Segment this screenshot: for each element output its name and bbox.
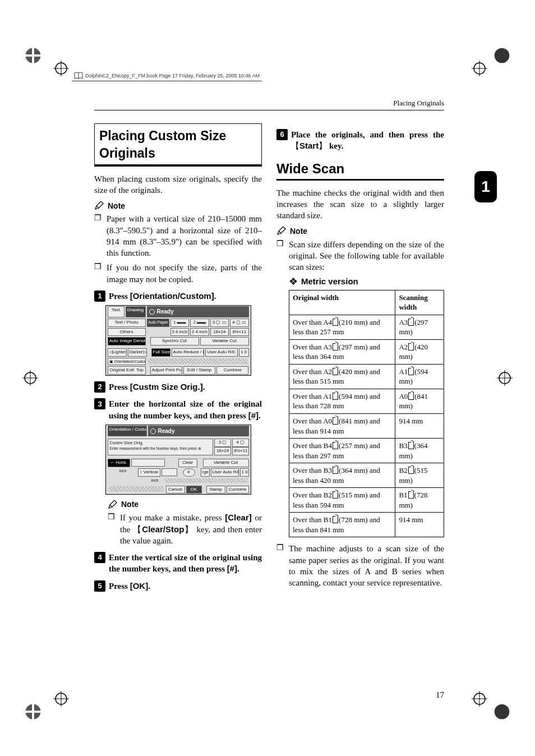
svg-rect-8 (22, 711, 44, 713)
table-header: Original width (289, 290, 395, 315)
registration-mark-icon (22, 370, 38, 386)
lcd-screenshot-2: Orientation / CustomReady Custm Size Ori… (105, 425, 251, 495)
table-header: Scanning width (395, 290, 444, 315)
step-number-icon: 5 (94, 580, 105, 592)
table-row: Over than A4(210 mm) and less than 257 m… (289, 315, 444, 339)
pencil-icon (108, 500, 118, 509)
crop-corner-icon (491, 45, 513, 66)
note-label: Note (121, 499, 139, 510)
step-1: 1 Press [Orientation/Custom]. (94, 291, 262, 302)
table-row: Over than B3(364 mm) and less than 420 m… (289, 463, 444, 488)
note-heading: Note (108, 499, 262, 510)
note-heading: Note (276, 226, 444, 237)
step-number-icon: 2 (94, 381, 105, 393)
svg-point-9 (495, 704, 510, 720)
registration-mark-icon (472, 61, 487, 76)
ok-button-label: [OK] (130, 581, 149, 591)
crop-corner-icon (22, 701, 44, 722)
registration-mark-icon (472, 691, 487, 707)
svg-rect-3 (22, 54, 44, 57)
table-row: Over than B2(515 mm) and less than 594 m… (289, 488, 444, 513)
step-6: 6 Place the originals, and then press th… (276, 129, 444, 152)
registration-mark-icon (53, 61, 69, 76)
table-row: Over than A3(297 mm) and less than 364 m… (289, 339, 444, 364)
table-row: Over than A1(594 mm) and less than 728 m… (289, 389, 444, 413)
step-5: 5 Press [OK]. (94, 580, 262, 592)
step-number-icon: 6 (276, 129, 288, 140)
crop-corner-icon (491, 701, 513, 722)
intro-paragraph: When placing custom size originals, spec… (94, 173, 262, 196)
table-row: Over than B1(728 mm) and less than 841 m… (289, 513, 444, 537)
heading-placing-custom: Placing Custom Size Originals (94, 123, 262, 167)
running-head: Placing Originals (393, 99, 444, 108)
hash-button-label: [#] (227, 564, 237, 573)
table-row: Over than A0(841 mm) and less than 914 m… (289, 414, 444, 439)
pencil-icon (276, 227, 287, 236)
hash-button-label: [#] (248, 411, 259, 420)
diamond-icon: ❖ (289, 278, 297, 285)
top-rule (94, 110, 444, 110)
start-key-label: Start (291, 141, 327, 150)
metric-version-table: Original width Scanning width Over than … (289, 290, 444, 538)
note-item: ❒Paper with a vertical size of 210–15000… (94, 213, 262, 259)
note-item: ❒The machine adjusts to a scan size of t… (276, 543, 444, 588)
step-number-icon: 3 (94, 398, 105, 409)
step-number-icon: 4 (94, 552, 105, 563)
lcd-screenshot-1: TextDrawingReady Text / PhotoAuto Paper … (105, 305, 251, 376)
crop-corner-icon (22, 45, 44, 66)
registration-mark-icon (53, 691, 69, 707)
wide-scan-intro: The machine checks the original width an… (276, 187, 444, 222)
page-number: 17 (436, 690, 444, 700)
step-3: 3 Enter the horizontal size of the origi… (94, 398, 262, 421)
book-icon (74, 72, 83, 80)
table-row: Over than B4(257 mm) and less than 297 m… (289, 439, 444, 463)
step-4: 4 Enter the vertical size of the origina… (94, 552, 262, 575)
registration-mark-icon (497, 370, 513, 386)
heading-wide-scan: Wide Scan (276, 160, 444, 181)
svg-point-4 (495, 48, 510, 63)
pdf-header-text: DolphinC2_ENcopy_F_FM.book Page 17 Frida… (85, 73, 260, 79)
table-row: Over than A2(420 mm) and less than 515 m… (289, 364, 444, 389)
note-heading: Note (94, 201, 262, 211)
note-label: Note (108, 201, 125, 211)
note-item: ❒If you do not specify the size, parts o… (94, 262, 262, 285)
pdf-header-bar: DolphinC2_ENcopy_F_FM.book Page 17 Frida… (72, 72, 262, 81)
content-columns: Placing Custom Size Originals When placi… (94, 123, 444, 689)
subheading-metric: ❖ Metric version (289, 276, 444, 287)
step-number-icon: 1 (94, 291, 105, 302)
note-item: ❒Scan size differs depending on the size… (276, 239, 444, 273)
clear-stop-key-label: Clear/Stop (133, 524, 193, 534)
step-2: 2 Press [Custm Size Orig.]. (94, 381, 262, 393)
custm-size-orig-button-label: [Custm Size Orig.] (130, 382, 203, 391)
orientation-custom-button-label: [Orientation/Custom] (130, 291, 214, 301)
chapter-tab: 1 (474, 171, 497, 202)
pencil-icon (94, 201, 104, 210)
clear-button-label: [Clear] (225, 513, 252, 522)
note-label: Note (290, 226, 307, 237)
note-item: ❒If you make a mistake, press [Clear] or… (94, 512, 262, 546)
